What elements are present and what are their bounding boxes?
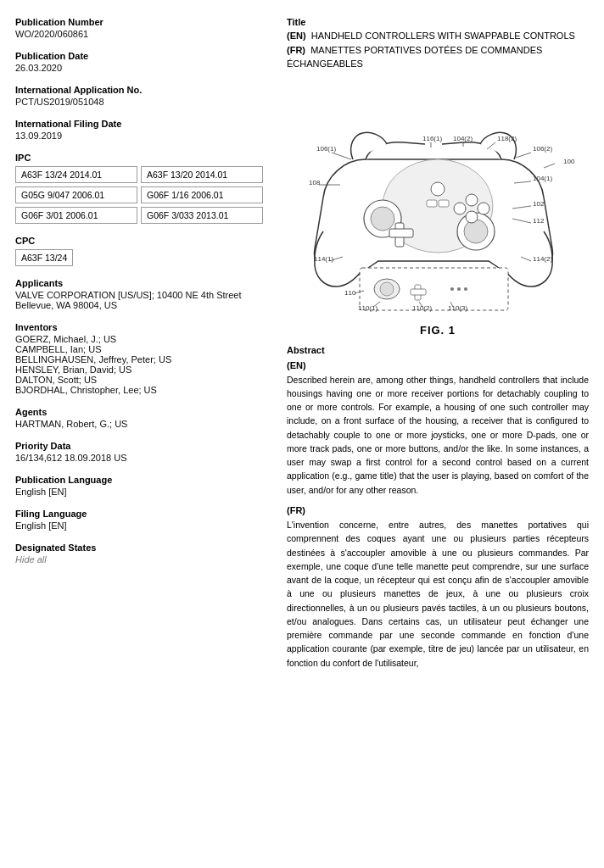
agents-label: Agents <box>15 407 263 417</box>
title-en-text: HANDHELD CONTROLLERS WITH SWAPPABLE CONT… <box>311 31 575 41</box>
ipc-code-1[interactable]: A63F 13/20 2014.01 <box>141 166 263 183</box>
priority-value: 16/134,612 18.09.2018 US <box>15 453 263 463</box>
svg-text:108: 108 <box>309 179 321 186</box>
svg-text:118(2): 118(2) <box>497 135 517 142</box>
inventors-label: Inventors <box>15 322 263 332</box>
title-fr-prefix: (FR) <box>287 45 305 55</box>
title-en-prefix: (EN) <box>287 31 306 41</box>
svg-line-27 <box>516 153 531 158</box>
ipc-code-5[interactable]: G06F 3/033 2013.01 <box>141 207 263 224</box>
svg-point-9 <box>466 211 478 223</box>
pub-date-label: Publication Date <box>15 51 263 61</box>
svg-rect-18 <box>411 289 426 295</box>
fig-label: FIG. 1 <box>420 324 456 337</box>
inventor-0: GOERZ, Michael, J.; US <box>15 334 263 344</box>
abstract-label: Abstract <box>287 345 589 355</box>
svg-text:110(3): 110(3) <box>448 304 467 312</box>
inventor-3: HENSLEY, Brian, David; US <box>15 364 263 375</box>
cpc-label: CPC <box>15 236 263 246</box>
svg-point-10 <box>454 203 466 214</box>
cpc-code-0[interactable]: A63F 13/24 <box>15 249 73 266</box>
svg-point-19 <box>450 287 454 291</box>
pub-date-value: 26.03.2020 <box>15 63 263 73</box>
fig1-container: 100 118(2) 106(2) 104(1) 104(2) 116(1) 1… <box>287 83 589 337</box>
svg-point-20 <box>457 287 461 291</box>
svg-rect-6 <box>389 229 413 237</box>
intl-filing-label: International Filing Date <box>15 119 263 129</box>
priority-label: Priority Data <box>15 441 263 451</box>
svg-text:114(1): 114(1) <box>314 255 333 263</box>
svg-text:110(2): 110(2) <box>412 304 432 312</box>
filing-lang-value: English [EN] <box>15 520 263 531</box>
abstract-en-text: Described herein are, among other things… <box>287 375 589 495</box>
svg-text:110: 110 <box>344 289 356 297</box>
svg-rect-12 <box>439 200 449 207</box>
svg-text:106(1): 106(1) <box>316 145 336 153</box>
inventor-4: DALTON, Scott; US <box>15 375 263 385</box>
ipc-code-4[interactable]: G06F 3/01 2006.01 <box>15 207 137 224</box>
pub-lang-label: Publication Language <box>15 475 263 485</box>
abstract-fr-block: (FR) L'invention concerne, entre autres,… <box>287 504 589 670</box>
svg-line-35 <box>332 153 351 159</box>
inventors-list: GOERZ, Michael, J.; US CAMPBELL, Ian; US… <box>15 334 263 395</box>
svg-text:114(2): 114(2) <box>533 255 552 263</box>
svg-point-16 <box>380 282 394 296</box>
svg-line-23 <box>544 164 555 168</box>
abstract-en-block: (EN) Described herein are, among other t… <box>287 359 589 497</box>
svg-point-13 <box>431 182 445 196</box>
svg-rect-11 <box>427 200 437 207</box>
title-fr-text: MANETTES PORTATIVES DOTÉES DE COMMANDES … <box>287 45 542 70</box>
abstract-fr-text: L'invention concerne, entre autres, des … <box>287 520 589 668</box>
title-en: (EN) HANDHELD CONTROLLERS WITH SWAPPABLE… <box>287 29 589 71</box>
ipc-label: IPC <box>15 153 263 163</box>
abstract-en-prefix: (EN) <box>287 360 306 370</box>
svg-point-2 <box>371 207 394 231</box>
ipc-code-3[interactable]: G06F 1/16 2006.01 <box>141 186 263 203</box>
ipc-code-2[interactable]: G05G 9/047 2006.01 <box>15 186 137 203</box>
svg-text:100: 100 <box>563 158 575 165</box>
title-label: Title <box>287 17 589 27</box>
svg-text:112: 112 <box>533 217 545 225</box>
pub-lang-value: English [EN] <box>15 487 263 497</box>
ipc-grid: A63F 13/24 2014.01 A63F 13/20 2014.01 G0… <box>15 166 263 224</box>
svg-point-7 <box>466 194 478 206</box>
intl-app-label: International Application No. <box>15 85 263 95</box>
svg-text:104(1): 104(1) <box>533 175 552 182</box>
inventor-5: BJORDHAL, Christopher, Lee; US <box>15 385 263 395</box>
designated-label: Designated States <box>15 542 263 553</box>
inventor-1: CAMPBELL, Ian; US <box>15 344 263 354</box>
abstract-fr-prefix: (FR) <box>287 505 305 515</box>
svg-text:116(1): 116(1) <box>422 135 442 142</box>
inventor-2: BELLINGHAUSEN, Jeffrey, Peter; US <box>15 354 263 364</box>
agents-value: HARTMAN, Robert, G.; US <box>15 419 263 429</box>
abstract-section: Abstract (EN) Described herein are, amon… <box>287 345 589 670</box>
ipc-code-0[interactable]: A63F 13/24 2014.01 <box>15 166 137 183</box>
applicants-label: Applicants <box>15 278 263 288</box>
pub-number-value: WO/2020/060861 <box>15 29 263 39</box>
hide-all-link[interactable]: Hide all <box>15 554 263 565</box>
applicants-value: VALVE CORPORATION [US/US]; 10400 NE 4th … <box>15 290 263 310</box>
intl-app-value: PCT/US2019/051048 <box>15 97 263 107</box>
intl-filing-value: 13.09.2019 <box>15 131 263 141</box>
pub-number-label: Publication Number <box>15 17 263 27</box>
svg-point-21 <box>464 287 467 291</box>
filing-lang-label: Filing Language <box>15 509 263 519</box>
svg-point-4 <box>464 220 488 243</box>
fig1-diagram: 100 118(2) 106(2) 104(1) 104(2) 116(1) 1… <box>294 83 582 320</box>
svg-text:106(2): 106(2) <box>533 145 552 153</box>
svg-text:102: 102 <box>533 200 545 208</box>
svg-point-8 <box>478 203 489 214</box>
svg-text:104(2): 104(2) <box>453 135 473 142</box>
